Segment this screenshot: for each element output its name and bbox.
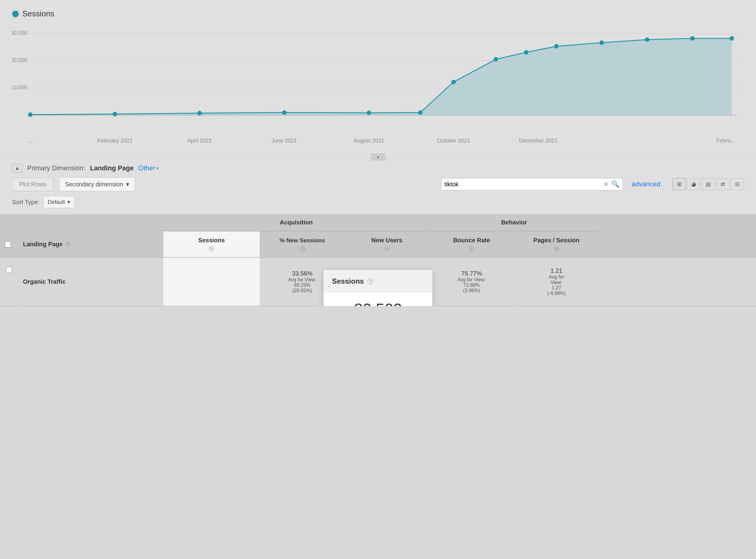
sort-type-label: Sort Type: xyxy=(12,199,40,206)
new-users-header: New Users ? xyxy=(345,231,429,257)
chart-container: 30,000 20,000 10,000 ... February 2021 A… xyxy=(12,24,744,152)
chart-legend: Sessions xyxy=(12,9,744,19)
sort-default-label: Default xyxy=(48,199,65,205)
svg-point-24 xyxy=(494,57,498,61)
compare-view-button[interactable]: ⇄ xyxy=(716,178,729,190)
table-data-row: Organic Traffic Sessions ? 80,502 % of T… xyxy=(0,258,756,306)
acquisition-group-header: Acquisition xyxy=(163,214,429,231)
svg-text:10,000: 10,000 xyxy=(12,84,27,90)
group-headers-row: Acquisition Behavior xyxy=(0,214,756,231)
sessions-cell: Sessions ? 80,502 % of Total: 0.78% (10,… xyxy=(163,258,260,306)
secondary-dimension-select[interactable]: Secondary dimension ▾ xyxy=(59,177,135,191)
pie-icon: ◕ xyxy=(691,181,696,187)
search-input[interactable] xyxy=(444,181,601,188)
svg-point-27 xyxy=(600,41,604,45)
page-wrapper: Sessions 30,000 20,000 10,000 ... Februa… xyxy=(0,0,756,559)
other-label: Other xyxy=(138,164,155,172)
table-section: Acquisition Behavior Landing Page ? Sess… xyxy=(0,214,756,306)
sessions-help-icon[interactable]: ? xyxy=(209,246,214,252)
grid-view-button[interactable]: ⊞ xyxy=(672,178,686,190)
legend-dot xyxy=(12,10,19,17)
bounce-rate-header: Bounce Rate ? xyxy=(429,231,514,257)
landing-page-help-icon[interactable]: ? xyxy=(65,242,70,247)
select-all-checkbox[interactable] xyxy=(5,241,11,247)
svg-text:December 2021: December 2021 xyxy=(519,138,558,144)
sort-row: Sort Type: Default ▾ xyxy=(12,196,744,208)
svg-marker-16 xyxy=(30,39,732,115)
table2-icon: ⊟ xyxy=(735,181,740,187)
sessions-header: Sessions ? xyxy=(163,231,260,257)
svg-point-22 xyxy=(418,110,422,115)
row-checkbox[interactable] xyxy=(6,267,12,273)
svg-text:20,000: 20,000 xyxy=(12,57,27,63)
svg-text:30,000: 30,000 xyxy=(12,30,27,36)
svg-point-18 xyxy=(113,112,117,116)
sessions-big-number: 80,502 xyxy=(332,301,424,306)
primary-dimension-label: Primary Dimension: xyxy=(27,164,85,172)
new-users-help-icon[interactable]: ? xyxy=(384,246,390,252)
grid-icon: ⊞ xyxy=(677,181,682,187)
advanced-link[interactable]: advanced xyxy=(632,180,660,188)
primary-dimension-value: Landing Page xyxy=(90,164,134,172)
search-button[interactable]: 🔍 xyxy=(611,180,619,188)
secondary-dim-label: Secondary dimension xyxy=(65,181,123,188)
pct-new-sessions-help-icon[interactable]: ? xyxy=(300,246,305,252)
bounce-rate-diff: (3.96%) xyxy=(463,288,480,293)
checkbox-header xyxy=(0,231,18,257)
bounce-rate-avg: 72.88% xyxy=(463,283,480,288)
scroll-down-icon: ▾ xyxy=(377,155,379,159)
row-checkbox-cell xyxy=(0,258,18,306)
pages-per-session-help-icon[interactable]: ? xyxy=(554,246,559,252)
sessions-card-header: Sessions ? xyxy=(324,270,432,293)
other-caret-icon: ▾ xyxy=(156,166,158,171)
search-icon: 🔍 xyxy=(611,180,619,188)
svg-text:Febru...: Febru... xyxy=(716,138,735,144)
sort-caret-icon: ▾ xyxy=(67,199,70,205)
search-clear-icon[interactable]: ✕ xyxy=(603,181,609,188)
col-headers-row: Landing Page ? Sessions ? % New Sessions… xyxy=(0,231,756,258)
svg-text:April 2021: April 2021 xyxy=(187,138,212,144)
chart-svg: 30,000 20,000 10,000 ... February 2021 A… xyxy=(12,24,744,152)
page-name: Organic Traffic xyxy=(23,278,66,285)
collapse-icon: ▲ xyxy=(15,165,20,171)
landing-page-cell: Organic Traffic xyxy=(18,258,163,306)
table2-view-button[interactable]: ⊟ xyxy=(731,178,744,190)
svg-text:June 2021: June 2021 xyxy=(272,138,297,144)
svg-point-21 xyxy=(367,111,371,115)
collapse-button[interactable]: ▲ xyxy=(12,164,22,173)
bounce-rate-avg-label: Avg for View: xyxy=(458,277,486,283)
compare-icon: ⇄ xyxy=(720,181,725,187)
sessions-card-title: Sessions xyxy=(332,277,364,286)
pages-per-session-value: 1.21 xyxy=(551,267,563,274)
pages-per-session-avg-label2: View: xyxy=(551,280,563,285)
bounce-rate-help-icon[interactable]: ? xyxy=(469,246,475,252)
pct-new-sessions-value: 33.56% xyxy=(292,270,313,277)
svg-point-23 xyxy=(452,80,456,84)
chart-section: Sessions 30,000 20,000 10,000 ... Februa… xyxy=(0,0,756,158)
secondary-dim-caret-icon: ▾ xyxy=(126,181,129,188)
bounce-rate-cell: 75.77% Avg for View: 72.88% (3.96%) xyxy=(429,258,514,306)
toolbar-row: Plot Rows Secondary dimension ▾ ✕ 🔍 adva… xyxy=(12,177,744,191)
pct-new-sessions-header: % New Sessions ? xyxy=(260,231,345,257)
plot-rows-button[interactable]: Plot Rows xyxy=(12,178,53,191)
svg-text:February 2021: February 2021 xyxy=(97,138,133,144)
search-wrapper: ✕ 🔍 xyxy=(441,178,623,190)
view-icons: ⊞ ◕ ▤ ⇄ ⊟ xyxy=(672,178,744,190)
sessions-card-help-icon[interactable]: ? xyxy=(367,278,373,284)
sessions-card-body: 80,502 % of Total: 0.78% (10,292,279) xyxy=(324,293,432,306)
chart-scroll-button[interactable]: ▾ xyxy=(370,153,386,161)
sort-select[interactable]: Default ▾ xyxy=(43,196,75,208)
pct-new-sessions-avg: 69.25% xyxy=(294,283,310,288)
svg-point-29 xyxy=(690,36,695,41)
pages-per-session-avg-label: Avg for xyxy=(549,274,564,280)
pie-view-button[interactable]: ◕ xyxy=(687,178,701,190)
controls-section: ▲ Primary Dimension: Landing Page Other … xyxy=(0,158,756,214)
pages-per-session-cell: 1.21 Avg for View: 1.27 (-4.98%) xyxy=(514,258,599,306)
pages-per-session-diff: (-4.98%) xyxy=(547,291,566,296)
sessions-tooltip-card: Sessions ? 80,502 % of Total: 0.78% (10,… xyxy=(324,270,432,306)
bar-view-button[interactable]: ▤ xyxy=(702,178,715,190)
bar-icon: ▤ xyxy=(706,181,711,187)
svg-point-20 xyxy=(282,110,287,115)
pct-new-sessions-avg-label: Avg for View: xyxy=(288,277,317,283)
other-button[interactable]: Other ▾ xyxy=(138,164,158,172)
